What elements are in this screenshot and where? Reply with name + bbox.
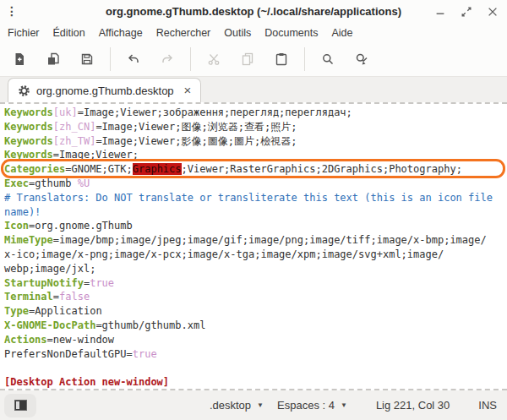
menubar: FichierÉditionAffichageRechercherOutilsD… xyxy=(0,23,507,42)
language-selector[interactable]: .desktop ▼ xyxy=(210,399,264,412)
editor-line xyxy=(4,361,507,375)
close-button[interactable] xyxy=(485,4,500,19)
tab-width-label: Espaces : 4 xyxy=(277,399,335,412)
menu-edition[interactable]: Édition xyxy=(46,27,92,39)
editor-line: Icon=org.gnome.gThumb xyxy=(4,219,507,233)
statusbar: .desktop ▼ Espaces : 4 ▼ Lig 221, Col 30… xyxy=(0,390,507,420)
restore-button[interactable] xyxy=(459,4,474,19)
search-match-highlight: Graphics xyxy=(133,163,182,175)
editor-line: Terminal=false xyxy=(4,290,507,304)
redo-button[interactable] xyxy=(155,46,180,72)
cursor-position: Lig 221, Col 30 xyxy=(376,399,450,412)
tabbar: org.gnome.gThumb.desktop × xyxy=(0,77,507,102)
minimize-icon xyxy=(434,6,446,18)
editor-line: StartupNotify=true xyxy=(4,276,507,291)
copy-icon xyxy=(241,52,254,66)
editor-line: name)! xyxy=(4,205,507,220)
save-icon xyxy=(80,52,94,66)
titlebar: ⋮ org.gnome.gThumb.desktop (~/.local/sha… xyxy=(0,0,507,23)
editor-line: Actions=new-window xyxy=(4,333,507,347)
open-document-button[interactable] xyxy=(41,46,66,72)
tab-label: org.gnome.gThumb.desktop xyxy=(36,85,174,97)
kebab-menu-icon[interactable]: ⋮ xyxy=(6,3,18,19)
cut-button[interactable] xyxy=(201,46,226,72)
editor-text-area[interactable]: Keywords[uk]=Image;Viewer;зображення;пер… xyxy=(0,102,507,390)
chevron-down-icon: ▼ xyxy=(341,401,347,409)
find-button[interactable] xyxy=(315,46,341,72)
undo-button[interactable] xyxy=(121,46,146,72)
new-document-button[interactable] xyxy=(7,46,32,72)
side-panel-toggle-button[interactable] xyxy=(4,394,36,417)
toolbar-separator xyxy=(190,47,191,71)
editor-line: Keywords[uk]=Image;Viewer;зображення;пер… xyxy=(4,106,507,120)
window-controls xyxy=(433,0,500,23)
gedit-window: ⋮ org.gnome.gThumb.desktop (~/.local/sha… xyxy=(0,0,507,420)
doc-open-icon xyxy=(46,52,60,66)
minimize-button[interactable] xyxy=(433,4,448,19)
close-icon xyxy=(487,6,499,18)
language-selector-label: .desktop xyxy=(210,399,251,412)
menu-affichage[interactable]: Affichage xyxy=(92,27,150,39)
input-mode-indicator: INS xyxy=(478,399,497,412)
editor-line: Keywords[zh_TW]=Image;Viewer;影像;圖像;圖片;檢視… xyxy=(4,134,507,149)
restore-icon xyxy=(461,6,472,18)
paste-button[interactable] xyxy=(269,46,294,72)
find-replace-icon xyxy=(355,52,368,66)
toolbar xyxy=(0,42,507,77)
menu-outils[interactable]: Outils xyxy=(217,27,258,39)
chevron-down-icon: ▼ xyxy=(257,401,264,409)
menu-rechercher[interactable]: Rechercher xyxy=(150,27,218,39)
editor-line: Exec=gthumb %U xyxy=(4,177,507,191)
editor-line: [Desktop Action new-window] xyxy=(4,375,507,390)
menu-aide[interactable]: Aide xyxy=(324,27,359,39)
tab-width-selector[interactable]: Espaces : 4 ▼ xyxy=(277,399,347,412)
editor-line: Type=Application xyxy=(4,304,507,319)
save-document-button[interactable] xyxy=(74,46,100,72)
gear-icon xyxy=(18,85,30,97)
editor-line: # Translators: Do NOT translate or trans… xyxy=(4,191,507,205)
cut-icon xyxy=(207,52,221,66)
editor-line: Categories=GNOME;GTK;Graphics;Viewer;Ras… xyxy=(4,162,507,177)
editor-line: X-GNOME-DocPath=gthumb/gthumb.xml xyxy=(4,319,507,333)
tab-org-gnome-gthumb-desktop[interactable]: org.gnome.gThumb.desktop × xyxy=(8,78,201,102)
doc-new-icon xyxy=(13,52,26,66)
undo-icon xyxy=(127,52,140,66)
editor-line: Keywords[zh_CN]=Image;Viewer;图像;浏览器;查看;照… xyxy=(4,120,507,134)
copy-button[interactable] xyxy=(235,46,260,72)
tab-close-icon[interactable]: × xyxy=(184,85,192,95)
editor-line: PrefersNonDefaultGPU=true xyxy=(4,347,507,362)
side-panel-icon xyxy=(14,400,27,411)
redo-icon xyxy=(161,52,174,66)
find-icon xyxy=(321,52,335,66)
editor-line: MimeType=image/bmp;image/jpeg;image/gif;… xyxy=(4,233,507,248)
editor-line: webp;image/jxl; xyxy=(4,262,507,276)
menu-fichier[interactable]: Fichier xyxy=(1,27,46,39)
editor-line: x-ico;image/x-png;image/x-pcx;image/x-tg… xyxy=(4,248,507,262)
window-title: org.gnome.gThumb.desktop (~/.local/share… xyxy=(0,5,507,18)
find-replace-button[interactable] xyxy=(349,46,374,72)
toolbar-separator xyxy=(110,47,111,71)
statusbar-right: .desktop ▼ Espaces : 4 ▼ Lig 221, Col 30… xyxy=(210,399,497,412)
paste-icon xyxy=(275,52,288,66)
menu-documents[interactable]: Documents xyxy=(258,27,324,39)
toolbar-separator xyxy=(304,47,305,71)
editor-line: Keywords=Image;Viewer; xyxy=(4,148,507,162)
